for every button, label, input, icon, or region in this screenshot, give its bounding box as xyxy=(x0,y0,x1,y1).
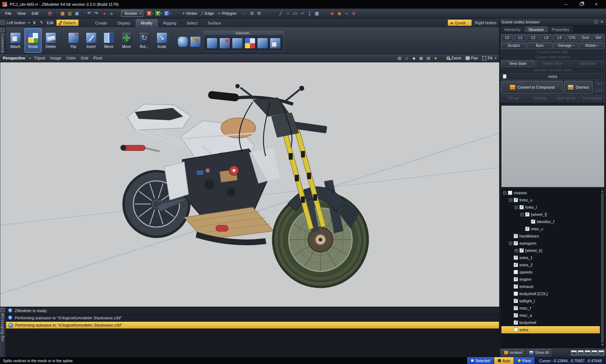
tree-node-extra[interactable]: extra xyxy=(501,326,600,333)
visibility-checkbox[interactable] xyxy=(508,191,512,195)
collapse-icon[interactable]: − xyxy=(521,213,524,216)
green-material-icon[interactable] xyxy=(108,10,115,17)
group-button[interactable]: Group xyxy=(501,95,526,102)
scroll-up-icon[interactable]: ▲ xyxy=(601,189,604,193)
level-l4-button[interactable]: L4 xyxy=(553,34,566,41)
tool-mirror-button[interactable]: Mirror xyxy=(100,28,117,53)
new-scene-icon[interactable] xyxy=(59,10,66,17)
panel-tab-hierarchy[interactable]: Hierarchy xyxy=(501,26,524,32)
chevron-down-icon[interactable]: ▾ xyxy=(28,21,30,25)
tab-create[interactable]: Create xyxy=(91,19,112,27)
tool-delete-button[interactable]: Delete xyxy=(42,28,59,53)
message-row[interactable]: ZModeler is ready. xyxy=(6,307,499,314)
hotkeys-icon[interactable] xyxy=(47,10,53,17)
close-button[interactable]: × xyxy=(589,0,604,8)
submesh-edit-icon[interactable] xyxy=(232,38,243,49)
state-list-box[interactable] xyxy=(501,105,605,187)
visibility-checkbox[interactable] xyxy=(514,328,518,332)
visibility-checkbox[interactable] xyxy=(519,248,524,253)
state-burn-button[interactable]: Burn xyxy=(527,42,552,49)
visibility-checkbox[interactable] xyxy=(514,256,518,260)
vp-menu-tripod[interactable]: Tripod xyxy=(34,56,45,60)
edit-button[interactable]: Edit xyxy=(46,21,54,25)
tree-node-chassis[interactable]: −chassis xyxy=(501,189,600,196)
red-material-icon[interactable] xyxy=(101,10,107,17)
tree-node-misc-f[interactable]: misc_f xyxy=(501,305,600,312)
tab-display[interactable]: Display xyxy=(113,19,135,27)
minimize-button[interactable]: ─ xyxy=(558,0,574,8)
visibility-checkbox[interactable] xyxy=(525,227,530,231)
level-l3-button[interactable]: L3 xyxy=(540,34,552,41)
smooth-patch-icon[interactable] xyxy=(177,36,188,47)
tree-node-bikedisc-f[interactable]: bikedisc_f xyxy=(501,218,600,225)
vp-menu-pivot[interactable]: Pivot xyxy=(93,56,102,60)
submesh-mark-icon[interactable] xyxy=(219,38,230,49)
chevron-down-icon[interactable]: ▾ xyxy=(170,12,171,15)
selected-mode-indicator[interactable]: Selected xyxy=(467,357,494,364)
visibility-checkbox[interactable] xyxy=(514,234,518,238)
wireframe-icon[interactable] xyxy=(404,55,410,61)
tab-surface[interactable]: Surface xyxy=(203,19,226,27)
level-l2-button[interactable]: L2 xyxy=(527,34,539,41)
state-scratch-button[interactable]: Scratch xyxy=(501,42,526,49)
visibility-checkbox[interactable] xyxy=(519,205,524,209)
submesh-grid-icon[interactable] xyxy=(270,38,281,49)
submesh-panes-icon[interactable] xyxy=(245,38,255,49)
dock-handle-icon[interactable] xyxy=(1,21,5,25)
layout-filter-icon[interactable] xyxy=(598,350,604,355)
tree-node-engine[interactable]: engine xyxy=(501,276,600,283)
panel-tab-properties[interactable]: Properties xyxy=(548,26,573,32)
circle-icon[interactable] xyxy=(285,10,291,17)
visibility-checkbox[interactable] xyxy=(514,284,518,289)
tool-scale-button[interactable]: Scale xyxy=(153,28,170,53)
tree-node-extra-2[interactable]: extra_2 xyxy=(501,261,600,268)
detach-button[interactable]: Detach xyxy=(56,19,79,26)
tool-rot-button[interactable]: Rot... xyxy=(136,28,153,53)
collapse-icon[interactable]: − xyxy=(503,191,506,195)
tab-modify[interactable]: Modify xyxy=(136,19,157,27)
new-state-button[interactable]: New State xyxy=(501,60,535,67)
snap-grid-icon[interactable] xyxy=(249,10,255,17)
visibility-checkbox[interactable] xyxy=(514,299,518,303)
unlink-icon[interactable] xyxy=(350,10,357,17)
tab-rigging[interactable]: Rigging xyxy=(158,19,181,27)
scroll-thumb[interactable] xyxy=(601,194,603,342)
tab-select[interactable]: Select xyxy=(182,19,202,27)
delete-state-button[interactable]: Delete State xyxy=(536,60,570,67)
visibility-checkbox[interactable] xyxy=(514,320,518,325)
viewport-3d[interactable] xyxy=(0,62,499,307)
sphere-red-icon[interactable] xyxy=(329,10,335,17)
visibility-checkbox[interactable] xyxy=(531,219,535,224)
textured-icon[interactable] xyxy=(418,55,424,61)
tree-node-forks-l[interactable]: −forks_l xyxy=(501,204,600,211)
link-icon[interactable] xyxy=(343,10,350,17)
tool-flip-button[interactable]: Flip xyxy=(65,28,82,53)
tree-node-bodyshell-col[interactable]: bodyshell [COL] xyxy=(501,290,600,297)
chevron-down-icon[interactable]: ▾ xyxy=(161,12,162,15)
tree-node-wheel-lr[interactable]: +[wheel_lr] xyxy=(501,247,600,254)
view-mode-label[interactable]: Perspective xyxy=(3,56,25,60)
vp-zoom-button[interactable]: Zoom xyxy=(447,56,461,60)
convert-to-compound-button[interactable]: Convert to Compound xyxy=(501,81,563,94)
tree-node-swingarm[interactable]: −swingarm xyxy=(501,240,600,247)
auto-mode-indicator[interactable]: Auto xyxy=(494,357,514,364)
settings-icon[interactable] xyxy=(256,10,262,17)
visibility-checkbox[interactable] xyxy=(514,277,518,281)
close-icon[interactable]: × xyxy=(600,20,604,24)
isolated-button[interactable]: Isolated xyxy=(501,349,525,356)
grid-toggle-icon[interactable] xyxy=(426,55,431,61)
level-l1-button[interactable]: L1 xyxy=(514,34,526,41)
magnet-icon[interactable] xyxy=(241,10,248,17)
mode-edge-button[interactable]: Edge xyxy=(201,11,214,16)
layout-grid-icon[interactable] xyxy=(578,350,584,355)
tree-node-handlebars[interactable]: handlebars xyxy=(501,232,600,240)
collapse-icon[interactable]: − xyxy=(509,199,512,202)
visibility-checkbox[interactable] xyxy=(514,292,518,296)
vp-menu-grid[interactable]: Grid xyxy=(81,56,88,60)
dock-handle-icon[interactable] xyxy=(1,28,5,32)
level-dust-button[interactable]: Dust xyxy=(579,34,592,41)
curve-icon[interactable] xyxy=(306,10,313,17)
level-dirt-button[interactable]: Dirt xyxy=(592,34,605,41)
tool-move-button[interactable]: Move xyxy=(118,28,135,53)
menu-file[interactable]: File xyxy=(2,10,14,17)
